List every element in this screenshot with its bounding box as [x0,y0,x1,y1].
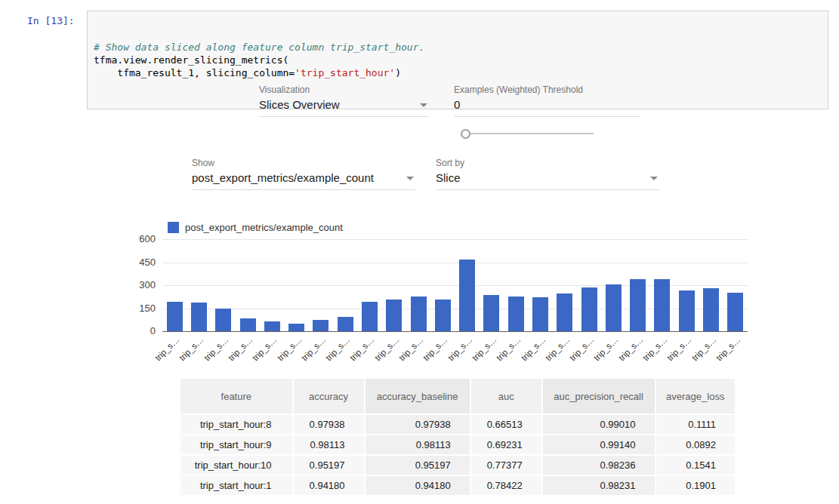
table-cell: 0.1901 [656,476,736,495]
bar[interactable] [435,300,451,331]
sort-by-value: Slice [436,171,461,184]
chevron-down-icon [406,177,414,180]
bar[interactable] [606,284,622,331]
table-cell: trip_start_hour:1 [180,476,292,495]
table-cell: 0.94180 [294,476,364,495]
metrics-table: featureaccuracyaccuracy_baselineaucauc_p… [179,377,736,496]
bar[interactable] [313,320,329,331]
threshold-slider-thumb[interactable] [461,129,470,139]
threshold-input[interactable]: 0 [454,98,640,117]
legend-swatch [168,222,179,233]
metrics-table-container[interactable]: featureaccuracyaccuracy_baselineaucauc_p… [179,377,736,504]
table-cell: 0.95197 [294,456,364,475]
bar[interactable] [167,302,183,331]
bar[interactable] [240,318,256,331]
table-header-row: featureaccuracyaccuracy_baselineaucauc_p… [180,379,735,413]
table-row: trip_start_hour:10.941800.941800.784220.… [180,476,735,495]
gridline [162,263,748,263]
bar[interactable] [191,303,207,331]
code-token: 'trip_start_hour' [295,67,395,78]
table-cell: trip_start_hour:9 [180,435,292,454]
table-row: trip_start_hour:80.979380.979380.665130.… [180,415,735,434]
table-header-cell[interactable]: auc [471,379,541,413]
table-body: trip_start_hour:80.979380.979380.665130.… [180,415,735,495]
bar[interactable] [386,300,402,331]
table-header-cell[interactable]: accuracy_baseline [366,379,470,413]
show-value: post_export_metrics/example_count [192,171,374,184]
table-header-cell[interactable]: average_loss [656,379,736,413]
notebook-page: In [13]: # Show data sliced along featur… [0,0,839,504]
table-cell: 0.98113 [294,435,364,454]
y-tick-label: 600 [112,233,156,244]
visualization-value: Slices Overview [259,98,340,111]
table-cell: 0.66513 [471,415,541,434]
table-cell: trip_start_hour:10 [180,456,292,475]
table-cell: 0.97938 [366,415,470,434]
bar[interactable] [264,321,280,331]
table-cell: 0.98113 [366,435,470,454]
bar[interactable] [459,260,475,331]
show-label: Show [192,158,214,168]
code-lines: # Show data sliced along feature column … [94,41,822,79]
bar[interactable] [483,295,499,331]
bar[interactable] [557,293,572,331]
code-line: # Show data sliced along feature column … [94,41,822,54]
bar[interactable] [654,279,670,331]
table-cell: 0.94180 [366,476,470,495]
sort-by-select[interactable]: Slice [436,171,659,190]
table-cell: 0.1541 [656,456,736,475]
table-cell: 0.78422 [471,476,541,495]
bar[interactable] [508,297,524,331]
visualization-select[interactable]: Slices Overview [259,98,429,117]
bar[interactable] [581,287,597,331]
y-tick-label: 150 [112,303,156,314]
table-cell: 0.95197 [366,456,470,475]
sort-by-label: Sort by [436,158,464,168]
table-cell: 0.98236 [543,456,655,475]
table-header-cell[interactable]: auc_precision_recall [543,379,655,413]
table-cell: 0.99140 [543,435,655,454]
visualization-label: Visualization [259,85,310,95]
plot-area [162,239,748,331]
x-axis: trip_s…trip_s…trip_s…trip_s…trip_s…trip_… [162,333,748,364]
table-cell: 0.1111 [656,415,736,434]
y-axis: 0150300450600 [112,239,156,341]
legend-label: post_export_metrics/example_count [185,222,343,233]
bar[interactable] [679,290,695,331]
threshold-label: Examples (Weighted) Threshold [454,85,583,95]
table-header-cell[interactable]: accuracy [294,379,364,413]
code-token: tfma.view.render_slicing_metrics( [94,54,288,66]
code-token: # Show data sliced along feature column … [94,41,424,53]
bar[interactable] [215,309,231,332]
y-tick-label: 450 [112,257,156,268]
table-cell: trip_start_hour:8 [180,415,292,434]
table-row: trip_start_hour:100.951970.951970.773770… [180,456,735,475]
table-cell: 0.69231 [471,435,541,454]
code-token: ) [395,67,401,78]
show-select[interactable]: post_export_metrics/example_count [192,171,415,190]
y-tick-label: 0 [112,325,156,337]
table-cell: 0.97938 [294,415,364,434]
table-row: trip_start_hour:90.981130.981130.692310.… [180,435,735,454]
table-header-cell[interactable]: feature [180,379,292,413]
table-cell: 0.77377 [471,456,541,475]
table-cell: 0.98231 [543,476,655,495]
bar[interactable] [703,288,719,331]
bar[interactable] [411,297,427,331]
bar[interactable] [532,297,548,331]
bar[interactable] [727,293,743,331]
gridline [162,239,748,240]
bar[interactable] [630,279,646,331]
code-line: tfma_result_1, slicing_column='trip_star… [94,66,822,79]
code-token: tfma_result_1, slicing_column= [94,67,295,78]
y-tick-label: 300 [112,279,156,290]
bar[interactable] [288,324,304,331]
table-head: featureaccuracyaccuracy_baselineaucauc_p… [180,379,735,413]
chevron-down-icon [650,177,658,180]
table-cell: 0.0892 [656,435,736,454]
bar[interactable] [362,302,378,331]
threshold-slider-track[interactable] [461,133,594,134]
cell-prompt: In [13]: [27,15,75,26]
bar[interactable] [338,317,353,331]
code-line: tfma.view.render_slicing_metrics( [94,54,822,66]
